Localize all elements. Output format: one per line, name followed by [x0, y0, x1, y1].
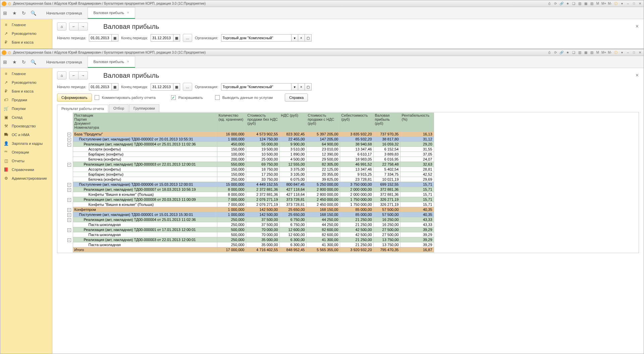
sidebar-item[interactable]: ↗Руководителю — [0, 78, 52, 87]
info-icon[interactable]: ⓘ — [613, 1, 618, 6]
table-row[interactable]: Конфеты "Вишня в коньяке" (Польша)8 000,… — [58, 192, 638, 197]
table-row[interactable]: −Реализация (акт, накладная) ТД00-000008… — [58, 197, 638, 202]
tab-report[interactable]: Валовая прибыль✕ — [88, 7, 135, 19]
dropdown-icon[interactable]: ▾ — [291, 34, 298, 42]
collapse-icon[interactable]: − — [67, 198, 71, 202]
titlebar-text[interactable]: M+ — [601, 1, 606, 6]
home-button[interactable]: ⌂ — [57, 22, 66, 31]
minimize-icon[interactable]: – — [626, 50, 630, 55]
sidebar-item[interactable]: ≡Главное — [0, 69, 52, 78]
collapse-icon[interactable]: − — [67, 208, 71, 212]
titlebar-icon[interactable]: ❏ — [571, 1, 576, 6]
collapse-icon[interactable]: − — [67, 213, 71, 217]
titlebar-icon[interactable]: ❏ — [571, 50, 576, 55]
titlebar-icon[interactable]: ▦ — [583, 50, 588, 55]
titlebar-icon[interactable]: ▥ — [577, 1, 582, 6]
org-input[interactable] — [221, 83, 291, 91]
close-icon[interactable]: ✕ — [638, 50, 642, 55]
tab-start[interactable]: Начальная страница — [41, 56, 88, 68]
table-row[interactable]: −Поступление (акт, накладная) ТД00-00000… — [58, 137, 638, 142]
tab-close-icon[interactable]: ✕ — [127, 60, 129, 63]
tab-start[interactable]: Начальная страница — [41, 7, 88, 19]
apps-icon[interactable]: ⊞ — [0, 7, 10, 19]
close-icon[interactable]: ✕ — [638, 1, 642, 6]
dropdown-icon[interactable]: ⊙ — [8, 50, 11, 55]
calendar-icon[interactable]: ▦ — [112, 83, 118, 91]
table-row[interactable]: Белочка (конфеты)250,00033 750,006 075,0… — [58, 177, 638, 182]
start-date-input[interactable] — [89, 83, 112, 91]
org-input[interactable] — [221, 34, 291, 42]
table-row[interactable]: −Реализация (акт, накладная) ТД00-000004… — [58, 142, 638, 147]
subtab-filter[interactable]: Отбор — [109, 104, 128, 112]
end-date-input[interactable] — [151, 34, 173, 42]
favorite-icon[interactable]: ★ — [10, 56, 19, 68]
table-row[interactable]: −База "Продукты"16 000,0004 573 902,5582… — [58, 132, 638, 137]
titlebar-icon[interactable]: ▧ — [589, 1, 594, 6]
info-icon[interactable]: ⓘ — [613, 50, 618, 55]
apps-icon[interactable]: ⊞ — [0, 56, 10, 68]
table-row[interactable]: Ассорти (конфеты)150,00018 750,003 375,0… — [58, 167, 638, 172]
dropdown-icon[interactable]: ▾ — [620, 1, 624, 6]
generate-button[interactable]: Сформировать — [57, 94, 92, 102]
forward-button[interactable]: → — [78, 71, 88, 79]
open-icon[interactable]: ▢ — [305, 83, 312, 91]
table-row[interactable]: Паста шоколадная250,00037 500,006 750,00… — [58, 222, 638, 227]
table-row[interactable]: Белочка (конфеты)200,00025 000,004 500,0… — [58, 157, 638, 162]
collapse-icon[interactable]: − — [67, 163, 71, 167]
tab-close-icon[interactable]: ✕ — [127, 11, 129, 14]
collapse-icon[interactable]: − — [67, 238, 71, 242]
table-row[interactable]: −Конфетпром1 000,000142 500,0025 650,001… — [58, 207, 638, 212]
collapse-icon[interactable]: − — [67, 143, 71, 146]
titlebar-icon[interactable]: ⎙ — [547, 1, 552, 6]
dropdown-icon[interactable]: ▾ — [291, 83, 298, 91]
titlebar-text[interactable]: M+ — [601, 50, 606, 55]
help-button[interactable]: Справка — [285, 94, 308, 102]
collapse-icon[interactable]: − — [67, 218, 71, 222]
minimize-icon[interactable]: – — [626, 1, 630, 6]
table-row[interactable]: Барбарис (конфеты)150,00017 250,003 105,… — [58, 172, 638, 177]
sidebar-item[interactable]: ◫Отчеты — [0, 157, 52, 165]
collapse-icon[interactable]: − — [67, 133, 71, 136]
page-close-icon[interactable]: ✕ — [635, 73, 639, 78]
end-date-input[interactable] — [151, 83, 173, 91]
sidebar-item[interactable]: 📕Справочники — [0, 165, 52, 174]
table-row[interactable]: Ассорти (конфеты)150,00019 500,003 510,0… — [58, 147, 638, 152]
sidebar-item[interactable]: 🏷Продажи — [0, 96, 52, 104]
collapse-icon[interactable]: − — [67, 183, 71, 187]
table-row[interactable]: −Реализация (акт, накладная) ТД00-000001… — [58, 227, 638, 232]
titlebar-text[interactable]: M- — [607, 1, 612, 6]
subtab-result[interactable]: Результат работы отчета — [57, 105, 108, 112]
forward-button[interactable]: → — [78, 22, 88, 31]
history-icon[interactable]: ↻ — [19, 7, 29, 19]
titlebar-text[interactable]: M — [595, 1, 600, 6]
titlebar-icon[interactable]: ⟳ — [553, 1, 558, 6]
titlebar-text[interactable]: M — [595, 50, 600, 55]
collapse-icon[interactable]: − — [67, 188, 71, 192]
sidebar-item[interactable]: ₽Банк и касса — [0, 38, 52, 47]
history-icon[interactable]: ↻ — [19, 56, 29, 68]
table-row[interactable]: −Реализация (акт, накладная) ТД00-000003… — [58, 237, 638, 242]
page-close-icon[interactable]: ✕ — [635, 24, 639, 29]
subtab-grouping[interactable]: Группировки — [129, 104, 159, 112]
table-row[interactable]: Конфеты "Вишня в коньяке" (Польша)7 000,… — [58, 202, 638, 207]
clear-icon[interactable]: × — [298, 83, 305, 91]
home-button[interactable]: ⌂ — [57, 71, 66, 79]
sidebar-item[interactable]: ⚙Администрирование — [0, 174, 52, 183]
sidebar-item[interactable]: 👤Зарплата и кадры — [0, 139, 52, 148]
collapse-icon[interactable]: − — [67, 138, 71, 141]
search-icon[interactable]: 🔍 — [29, 56, 38, 68]
comment-checkbox[interactable] — [95, 95, 99, 100]
collapse-icon[interactable]: − — [67, 228, 71, 232]
sidebar-item[interactable]: ⛟ОС и НМА — [0, 130, 52, 139]
services-checkbox[interactable] — [215, 95, 220, 100]
titlebar-icon[interactable]: 🔗 — [559, 50, 564, 55]
sidebar-item[interactable]: ᴬᵏОперации — [0, 148, 52, 157]
table-row[interactable]: −Реализация (акт, накладная) ТД00-000004… — [58, 217, 638, 222]
clear-icon[interactable]: × — [298, 34, 305, 42]
titlebar-text[interactable]: M- — [607, 50, 612, 55]
period-button[interactable]: … — [183, 34, 192, 42]
titlebar-icon[interactable]: ★ — [565, 1, 570, 6]
colorize-checkbox[interactable]: ✓ — [171, 95, 176, 100]
table-row[interactable]: Барбарис (конфеты)100,00010 500,001 890,… — [58, 152, 638, 157]
titlebar-icon[interactable]: 🔗 — [559, 1, 564, 6]
